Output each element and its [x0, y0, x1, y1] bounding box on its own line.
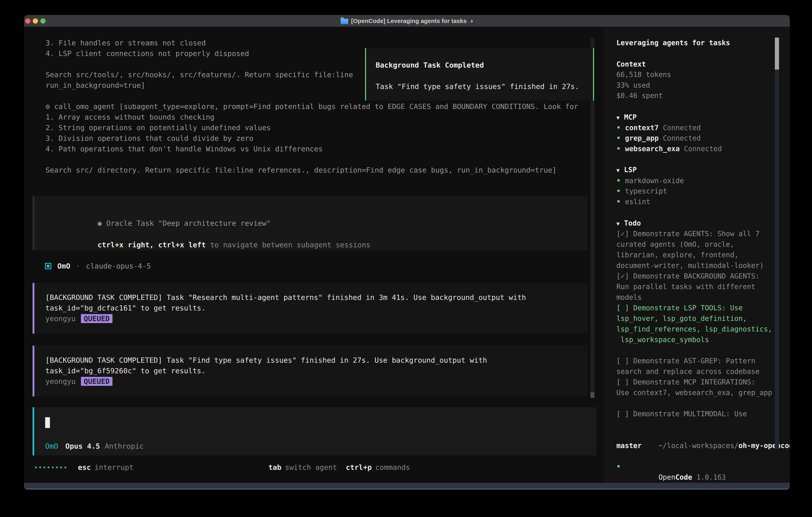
- opencode-version: OpenCode 1.0.163: [616, 461, 726, 472]
- spinner-dot: [39, 466, 41, 468]
- opencode-window: [OpenCode] Leveraging agents for tasks ◑…: [24, 15, 790, 490]
- tab-key-hint: tab: [268, 463, 281, 471]
- spinner-dot: [64, 466, 66, 468]
- mcp-item: websearch_exa Connected: [616, 143, 722, 154]
- todo-line-active: lsp_workspace_symbols: [616, 334, 709, 345]
- toast-title: Background Task Completed: [376, 60, 484, 71]
- todo-line-done: [✓] Demonstrate AGENTS: Show all 7: [616, 228, 759, 239]
- esc-key-hint: esc: [78, 463, 91, 471]
- window-titlebar[interactable]: [OpenCode] Leveraging agents for tasks ◑: [24, 15, 790, 27]
- agent-header-row: OmO · claude-opus-4-5: [45, 261, 151, 271]
- background-task-toast: Background Task Completed Task "Find typ…: [365, 48, 594, 101]
- terminal-line: Search src/tools/, src/hooks/, src/featu…: [46, 70, 353, 80]
- window-title: [OpenCode] Leveraging agents for tasks ◑: [24, 15, 790, 27]
- terminal-line: 3. Division operations that could divide…: [46, 133, 253, 143]
- todo-line-pending: search and replace across codebase: [616, 366, 759, 377]
- agent-model: claude-opus-4-5: [86, 262, 151, 270]
- ctrlp-key-label: commands: [375, 463, 410, 471]
- context-used: 33% used: [616, 80, 650, 90]
- task-message-line: task_id="bg_dcfac161" to get results.: [46, 303, 206, 313]
- spinner-dot: [35, 466, 37, 468]
- terminal-main-pane: 3. File handles or streams not closed 4.…: [24, 27, 603, 483]
- task-author: yeongyu: [46, 315, 76, 323]
- background-task-message: [BACKGROUND TASK COMPLETED] Task "Find t…: [33, 346, 587, 397]
- keyboard-hint-text: to navigate between subagent sessions: [206, 241, 371, 249]
- todo-line-pending: [ ] Demonstrate AST-GREP: Pattern: [616, 356, 755, 366]
- mcp-item: grep_app Connected: [616, 133, 701, 143]
- oracle-icon: ◉: [97, 219, 102, 227]
- sidebar-scrollbar-thumb[interactable]: [775, 37, 779, 70]
- tool-call-line: ⚙ call_omo_agent [subagent_type=explore,…: [46, 101, 578, 112]
- workspace-branch: master: [616, 440, 642, 451]
- todo-line-done: [✓] Demonstrate BACKGROUND AGENTS:: [616, 271, 759, 281]
- spinner-dot: [52, 466, 54, 468]
- todo-section-header[interactable]: Todo: [616, 218, 641, 228]
- ctrlp-key-hint: ctrl+p: [346, 463, 372, 471]
- tab-key-label: switch agent: [285, 463, 337, 471]
- lsp-item: markdown-oxide: [616, 175, 684, 186]
- todo-line-done: librarian, explore, frontend,: [616, 250, 738, 260]
- sidebar-scrollbar[interactable]: [775, 37, 779, 449]
- spinner-dot: [44, 466, 46, 468]
- todo-line-done: curated agents (OmO, oracle,: [616, 239, 734, 250]
- terminal-line: 1. Array access without bounds checking: [46, 112, 214, 123]
- todo-line-pending: Use context7, websearch_exa, grep_app: [616, 387, 772, 398]
- oracle-task-panel: ◉ Oracle Task "Deep architecture review"…: [33, 196, 587, 250]
- window-bottom-strip: [24, 483, 790, 490]
- agent-name: OmO: [57, 262, 70, 270]
- activity-spinner-dots: [35, 466, 66, 468]
- esc-key-label: interrupt: [94, 463, 134, 471]
- task-author: yeongyu: [46, 377, 76, 385]
- terminal-line: 2. String operations on potentially unde…: [46, 123, 271, 133]
- todo-line-pending: [ ] Demonstrate MULTIMODAL: Use: [616, 409, 747, 419]
- todo-line-done: document-writer, multimodal-looker): [616, 260, 764, 271]
- main-scrollbar-thumb[interactable]: [590, 392, 594, 398]
- session-sidebar: Leveraging agents for tasks Context 66,5…: [603, 27, 790, 483]
- spinner-dot: [56, 466, 58, 468]
- input-agent-label: OmO: [45, 442, 58, 450]
- todo-line-pending: [ ] Demonstrate MCP INTEGRATIONS:: [616, 377, 755, 387]
- lsp-item: typescript: [616, 186, 667, 196]
- lsp-section-header[interactable]: LSP: [616, 165, 637, 175]
- terminal-line: 3. File handles or streams not closed: [46, 37, 206, 48]
- background-task-message: [BACKGROUND TASK COMPLETED] Task "Resear…: [33, 283, 587, 334]
- mcp-item: context7 Connected: [616, 123, 701, 133]
- keyboard-hint-keys: ctrl+x right, ctrl+x left: [97, 241, 206, 249]
- desktop: [OpenCode] Leveraging agents for tasks ◑…: [0, 0, 812, 517]
- context-spent: $0.46 spent: [616, 90, 663, 101]
- terminal-line: Search src/ directory. Return specific f…: [46, 165, 557, 175]
- mcp-section-header[interactable]: MCP: [616, 112, 637, 123]
- text-cursor: [45, 417, 50, 428]
- todo-line-done: models: [616, 292, 642, 303]
- half-circle-icon: ◑: [469, 18, 473, 24]
- context-tokens: 66,518 tokens: [616, 70, 671, 80]
- terminal-line: run_in_background=true]: [46, 80, 145, 90]
- separator-dot: ·: [76, 262, 80, 270]
- terminal-line: 4. Path operations that don't handle Win…: [46, 143, 323, 154]
- context-header: Context: [616, 59, 646, 70]
- status-bar: esc interrupt tab switch agent ctrl+p co…: [35, 462, 410, 472]
- spinner-dot: [48, 466, 50, 468]
- task-message-line: task_id="bg_6f59260c" to get results.: [46, 365, 206, 376]
- todo-line-active: lsp_find_references, lsp_diagnostics,: [616, 324, 772, 334]
- session-title: Leveraging agents for tasks: [616, 37, 730, 48]
- status-badge: QUEUED: [81, 314, 113, 323]
- task-message-line: [BACKGROUND TASK COMPLETED] Task "Find t…: [46, 355, 487, 365]
- omo-agent-icon: [45, 263, 51, 269]
- spinner-dot: [60, 466, 62, 468]
- workspace-path: ~/local-workspaces/oh-my-opencode:: [616, 430, 790, 440]
- status-badge: QUEUED: [81, 377, 113, 386]
- oracle-task-title: Oracle Task "Deep architecture review": [106, 219, 271, 227]
- input-provider-label: Anthropic: [105, 442, 144, 450]
- window-content: 3. File handles or streams not closed 4.…: [24, 27, 790, 483]
- window-title-text: [OpenCode] Leveraging agents for tasks: [351, 18, 467, 24]
- todo-line-active: lsp_hover, lsp_goto_definition,: [616, 313, 747, 324]
- toast-body: Task "Find type safety issues" finished …: [376, 81, 579, 92]
- todo-line-active: [ ] Demonstrate LSP TOOLS: Use: [616, 303, 743, 313]
- todo-line-done: Run parallel tasks with different: [616, 281, 755, 292]
- task-message-line: [BACKGROUND TASK COMPLETED] Task "Resear…: [46, 292, 526, 303]
- lsp-item: eslint: [616, 196, 650, 207]
- folder-icon: [341, 19, 348, 24]
- prompt-input[interactable]: OmO Opus 4.5 Anthropic: [33, 407, 597, 456]
- input-model-label: Opus 4.5: [65, 442, 100, 450]
